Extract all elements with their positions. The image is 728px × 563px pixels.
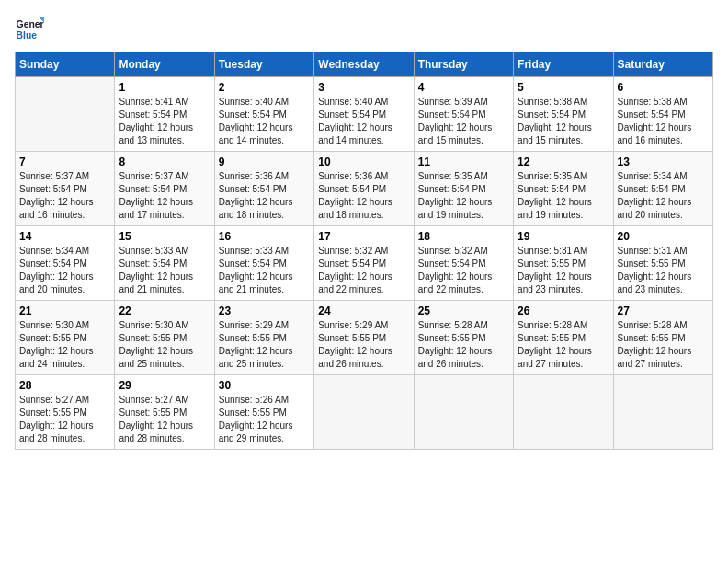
weekday-header-thursday: Thursday: [414, 52, 513, 77]
calendar-cell: 5Sunrise: 5:38 AM Sunset: 5:54 PM Daylig…: [514, 77, 613, 152]
day-number: 27: [618, 304, 709, 317]
day-number: 6: [618, 81, 709, 94]
day-info: Sunrise: 5:32 AM Sunset: 5:54 PM Dayligh…: [318, 245, 409, 296]
day-number: 17: [318, 230, 409, 243]
day-number: 14: [19, 230, 110, 243]
day-info: Sunrise: 5:37 AM Sunset: 5:54 PM Dayligh…: [119, 170, 210, 222]
calendar-cell: [314, 375, 414, 450]
calendar-cell: 7Sunrise: 5:37 AM Sunset: 5:54 PM Daylig…: [16, 152, 115, 226]
day-info: Sunrise: 5:30 AM Sunset: 5:55 PM Dayligh…: [119, 319, 210, 371]
logo-icon: General Blue: [15, 15, 44, 44]
day-info: Sunrise: 5:41 AM Sunset: 5:54 PM Dayligh…: [119, 96, 210, 147]
calendar-cell: 29Sunrise: 5:27 AM Sunset: 5:55 PM Dayli…: [115, 375, 214, 450]
calendar-cell: 11Sunrise: 5:35 AM Sunset: 5:54 PM Dayli…: [414, 152, 513, 226]
day-info: Sunrise: 5:28 AM Sunset: 5:55 PM Dayligh…: [418, 319, 509, 371]
day-info: Sunrise: 5:35 AM Sunset: 5:54 PM Dayligh…: [518, 170, 609, 222]
day-info: Sunrise: 5:28 AM Sunset: 5:55 PM Dayligh…: [618, 319, 709, 371]
day-number: 11: [418, 155, 509, 168]
calendar-cell: 30Sunrise: 5:26 AM Sunset: 5:55 PM Dayli…: [214, 375, 313, 450]
calendar-cell: 8Sunrise: 5:37 AM Sunset: 5:54 PM Daylig…: [115, 152, 214, 226]
day-number: 16: [219, 230, 310, 243]
calendar-cell: 21Sunrise: 5:30 AM Sunset: 5:55 PM Dayli…: [16, 301, 115, 375]
day-info: Sunrise: 5:33 AM Sunset: 5:54 PM Dayligh…: [119, 245, 210, 296]
day-number: 21: [19, 304, 110, 317]
day-info: Sunrise: 5:31 AM Sunset: 5:55 PM Dayligh…: [618, 245, 709, 296]
day-info: Sunrise: 5:34 AM Sunset: 5:54 PM Dayligh…: [19, 245, 110, 296]
day-info: Sunrise: 5:36 AM Sunset: 5:54 PM Dayligh…: [318, 170, 409, 222]
day-info: Sunrise: 5:33 AM Sunset: 5:54 PM Dayligh…: [219, 245, 310, 296]
day-number: 25: [418, 304, 509, 317]
weekday-header-tuesday: Tuesday: [214, 52, 313, 77]
day-info: Sunrise: 5:40 AM Sunset: 5:54 PM Dayligh…: [219, 96, 310, 147]
calendar-cell: 2Sunrise: 5:40 AM Sunset: 5:54 PM Daylig…: [214, 77, 313, 152]
day-info: Sunrise: 5:34 AM Sunset: 5:54 PM Dayligh…: [618, 170, 709, 222]
day-number: 15: [119, 230, 210, 243]
day-number: 26: [518, 304, 609, 317]
day-number: 13: [618, 155, 709, 168]
calendar-cell: 18Sunrise: 5:32 AM Sunset: 5:54 PM Dayli…: [414, 226, 513, 301]
day-info: Sunrise: 5:31 AM Sunset: 5:55 PM Dayligh…: [518, 245, 609, 296]
calendar-cell: 20Sunrise: 5:31 AM Sunset: 5:55 PM Dayli…: [613, 226, 712, 301]
weekday-header-wednesday: Wednesday: [314, 52, 414, 77]
day-info: Sunrise: 5:38 AM Sunset: 5:54 PM Dayligh…: [518, 96, 609, 147]
day-number: 19: [518, 230, 609, 243]
calendar-cell: [514, 375, 613, 450]
calendar-cell: 24Sunrise: 5:29 AM Sunset: 5:55 PM Dayli…: [314, 301, 414, 375]
calendar-cell: [414, 375, 513, 450]
day-number: 23: [219, 304, 310, 317]
calendar-cell: 13Sunrise: 5:34 AM Sunset: 5:54 PM Dayli…: [613, 152, 712, 226]
day-number: 7: [19, 155, 110, 168]
page-header: General Blue: [15, 15, 713, 44]
calendar-cell: 23Sunrise: 5:29 AM Sunset: 5:55 PM Dayli…: [214, 301, 313, 375]
day-number: 2: [219, 81, 310, 94]
weekday-header-saturday: Saturday: [613, 52, 712, 77]
day-info: Sunrise: 5:32 AM Sunset: 5:54 PM Dayligh…: [418, 245, 509, 296]
day-number: 5: [518, 81, 609, 94]
day-number: 30: [219, 379, 310, 392]
weekday-header-sunday: Sunday: [16, 52, 115, 77]
day-number: 3: [318, 81, 409, 94]
calendar-cell: 27Sunrise: 5:28 AM Sunset: 5:55 PM Dayli…: [613, 301, 712, 375]
day-info: Sunrise: 5:40 AM Sunset: 5:54 PM Dayligh…: [318, 96, 409, 147]
calendar-cell: 17Sunrise: 5:32 AM Sunset: 5:54 PM Dayli…: [314, 226, 414, 301]
day-info: Sunrise: 5:29 AM Sunset: 5:55 PM Dayligh…: [318, 319, 409, 371]
day-info: Sunrise: 5:28 AM Sunset: 5:55 PM Dayligh…: [518, 319, 609, 371]
day-number: 28: [19, 379, 110, 392]
day-number: 29: [119, 379, 210, 392]
day-number: 4: [418, 81, 509, 94]
day-info: Sunrise: 5:36 AM Sunset: 5:54 PM Dayligh…: [219, 170, 310, 222]
day-number: 18: [418, 230, 509, 243]
day-number: 12: [518, 155, 609, 168]
calendar-cell: [613, 375, 712, 450]
logo: General Blue: [15, 15, 44, 44]
weekday-header-friday: Friday: [514, 52, 613, 77]
svg-text:General: General: [17, 19, 44, 29]
calendar-cell: 19Sunrise: 5:31 AM Sunset: 5:55 PM Dayli…: [514, 226, 613, 301]
calendar-cell: 12Sunrise: 5:35 AM Sunset: 5:54 PM Dayli…: [514, 152, 613, 226]
day-number: 20: [618, 230, 709, 243]
calendar-cell: 4Sunrise: 5:39 AM Sunset: 5:54 PM Daylig…: [414, 77, 513, 152]
day-number: 1: [119, 81, 210, 94]
calendar-cell: 15Sunrise: 5:33 AM Sunset: 5:54 PM Dayli…: [115, 226, 214, 301]
day-info: Sunrise: 5:38 AM Sunset: 5:54 PM Dayligh…: [618, 96, 709, 147]
svg-text:Blue: Blue: [17, 30, 38, 40]
day-number: 8: [119, 155, 210, 168]
calendar-cell: 22Sunrise: 5:30 AM Sunset: 5:55 PM Dayli…: [115, 301, 214, 375]
day-info: Sunrise: 5:26 AM Sunset: 5:55 PM Dayligh…: [219, 394, 310, 445]
day-info: Sunrise: 5:35 AM Sunset: 5:54 PM Dayligh…: [418, 170, 509, 222]
weekday-header-monday: Monday: [115, 52, 214, 77]
calendar-cell: 3Sunrise: 5:40 AM Sunset: 5:54 PM Daylig…: [314, 77, 414, 152]
calendar-cell: 28Sunrise: 5:27 AM Sunset: 5:55 PM Dayli…: [16, 375, 115, 450]
calendar-table: SundayMondayTuesdayWednesdayThursdayFrid…: [15, 52, 713, 450]
calendar-cell: 26Sunrise: 5:28 AM Sunset: 5:55 PM Dayli…: [514, 301, 613, 375]
day-info: Sunrise: 5:39 AM Sunset: 5:54 PM Dayligh…: [418, 96, 509, 147]
calendar-cell: 1Sunrise: 5:41 AM Sunset: 5:54 PM Daylig…: [115, 77, 214, 152]
day-info: Sunrise: 5:37 AM Sunset: 5:54 PM Dayligh…: [19, 170, 110, 222]
day-info: Sunrise: 5:29 AM Sunset: 5:55 PM Dayligh…: [219, 319, 310, 371]
calendar-cell: 16Sunrise: 5:33 AM Sunset: 5:54 PM Dayli…: [214, 226, 313, 301]
calendar-cell: 9Sunrise: 5:36 AM Sunset: 5:54 PM Daylig…: [214, 152, 313, 226]
calendar-cell: 14Sunrise: 5:34 AM Sunset: 5:54 PM Dayli…: [16, 226, 115, 301]
calendar-cell: [16, 77, 115, 152]
calendar-cell: 10Sunrise: 5:36 AM Sunset: 5:54 PM Dayli…: [314, 152, 414, 226]
day-number: 9: [219, 155, 310, 168]
